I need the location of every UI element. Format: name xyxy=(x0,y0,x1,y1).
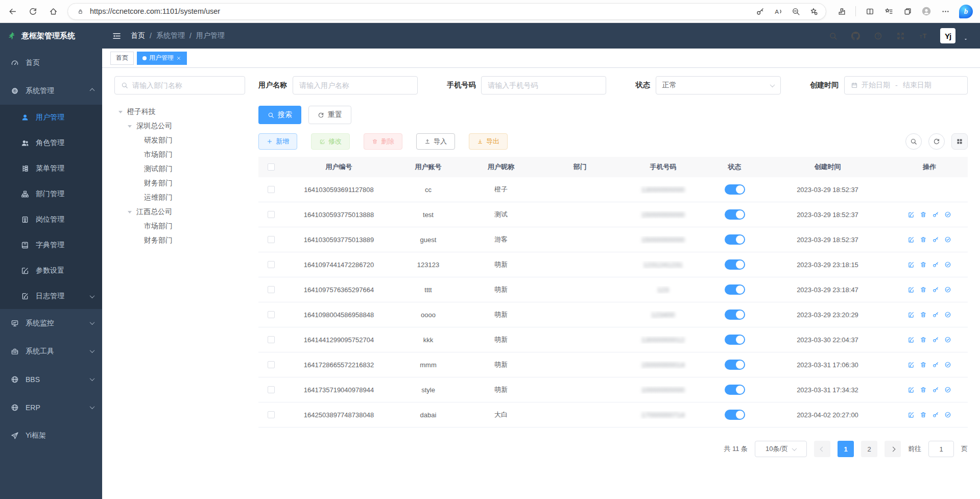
row-delete-icon[interactable] xyxy=(920,211,927,218)
help-icon[interactable]: ? xyxy=(873,31,883,41)
status-toggle[interactable] xyxy=(725,310,745,320)
row-assign-role-icon[interactable] xyxy=(944,361,951,368)
tree-node[interactable]: 江西总公司 xyxy=(114,205,245,219)
page-button-2[interactable]: 2 xyxy=(861,441,877,457)
row-checkbox[interactable] xyxy=(268,411,275,418)
sidebar-item[interactable]: BBS xyxy=(0,365,102,393)
row-assign-role-icon[interactable] xyxy=(944,236,951,243)
row-delete-icon[interactable] xyxy=(920,261,927,268)
row-delete-icon[interactable] xyxy=(920,286,927,293)
select-all-checkbox[interactable] xyxy=(268,163,275,171)
row-edit-icon[interactable] xyxy=(907,361,915,368)
status-toggle[interactable] xyxy=(725,284,745,295)
dept-search-field[interactable] xyxy=(132,81,238,89)
sidebar-item[interactable]: 字典管理 xyxy=(0,232,102,258)
status-toggle[interactable] xyxy=(725,360,745,370)
address-bar[interactable]: https://ccnetcore.com:1101/system/user A xyxy=(67,3,826,20)
page-size-select[interactable]: 10条/页 xyxy=(755,441,807,457)
goto-page-input[interactable] xyxy=(928,441,954,457)
import-button[interactable]: 导入 xyxy=(416,133,455,150)
row-assign-role-icon[interactable] xyxy=(944,261,951,268)
phone-input[interactable] xyxy=(481,76,606,94)
zoom-out-icon[interactable] xyxy=(791,6,801,16)
phone-field[interactable] xyxy=(488,81,600,89)
delete-button[interactable]: 删除 xyxy=(364,133,402,150)
row-edit-icon[interactable] xyxy=(907,386,915,393)
extensions-icon[interactable] xyxy=(836,6,847,16)
caret-down-icon[interactable] xyxy=(128,211,132,216)
sidebar-item[interactable]: 首页 xyxy=(0,49,102,77)
sidebar-item[interactable]: 部门管理 xyxy=(0,181,102,207)
table-search-toggle[interactable] xyxy=(905,133,922,150)
breadcrumb-home[interactable]: 首页 xyxy=(131,31,145,40)
row-checkbox[interactable] xyxy=(268,361,275,368)
more-menu-icon[interactable] xyxy=(940,6,950,16)
date-range-picker[interactable]: 开始日期 - 结束日期 xyxy=(844,76,968,94)
row-reset-password-icon[interactable] xyxy=(932,311,939,318)
sidebar-item[interactable]: 系统监控 xyxy=(0,309,102,337)
status-toggle[interactable] xyxy=(725,184,745,195)
browser-profile-icon[interactable] xyxy=(921,6,931,16)
tree-node[interactable]: 财务部门 xyxy=(114,176,245,191)
sidebar-item[interactable]: 岗位管理 xyxy=(0,207,102,232)
row-checkbox[interactable] xyxy=(268,261,275,268)
tree-node[interactable]: 深圳总公司 xyxy=(114,119,245,133)
row-edit-icon[interactable] xyxy=(907,411,915,418)
sidebar-toggle-icon[interactable] xyxy=(111,31,122,41)
add-button[interactable]: 新增 xyxy=(258,133,297,150)
username-field[interactable] xyxy=(299,81,411,89)
row-delete-icon[interactable] xyxy=(920,311,927,318)
row-reset-password-icon[interactable] xyxy=(932,261,939,268)
row-delete-icon[interactable] xyxy=(920,336,927,343)
reset-button[interactable]: 重置 xyxy=(308,106,351,124)
row-edit-icon[interactable] xyxy=(907,311,915,318)
tree-node[interactable]: 测试部门 xyxy=(114,162,245,176)
row-assign-role-icon[interactable] xyxy=(944,336,951,343)
row-reset-password-icon[interactable] xyxy=(932,386,939,393)
row-assign-role-icon[interactable] xyxy=(944,411,951,418)
github-icon[interactable] xyxy=(850,31,861,41)
date-start-placeholder[interactable]: 开始日期 xyxy=(862,81,890,90)
row-delete-icon[interactable] xyxy=(920,361,927,368)
tree-node[interactable]: 市场部门 xyxy=(114,148,245,162)
sidebar-item[interactable]: 系统管理 xyxy=(0,77,102,105)
edit-button[interactable]: 修改 xyxy=(311,133,350,150)
tree-node[interactable]: 财务部门 xyxy=(114,233,245,248)
row-reset-password-icon[interactable] xyxy=(932,211,939,218)
sidebar-item[interactable]: 用户管理 xyxy=(0,105,102,130)
sidebar-item[interactable]: ERP xyxy=(0,393,102,421)
home-icon[interactable] xyxy=(48,6,58,16)
row-reset-password-icon[interactable] xyxy=(932,336,939,343)
user-avatar[interactable]: Yj xyxy=(940,28,955,43)
row-delete-icon[interactable] xyxy=(920,236,927,243)
row-checkbox[interactable] xyxy=(268,336,275,343)
status-toggle[interactable] xyxy=(725,410,745,420)
key-icon[interactable] xyxy=(755,6,765,16)
row-assign-role-icon[interactable] xyxy=(944,386,951,393)
page-tab[interactable]: 用户管理 xyxy=(137,52,187,65)
search-button[interactable]: 搜索 xyxy=(258,106,301,124)
row-assign-role-icon[interactable] xyxy=(944,286,951,293)
tab-close-icon[interactable] xyxy=(176,56,181,61)
favorite-add-icon[interactable] xyxy=(808,6,819,16)
status-select[interactable]: 正常 xyxy=(656,76,781,94)
date-end-placeholder[interactable]: 结束日期 xyxy=(903,81,931,90)
table-refresh-button[interactable] xyxy=(928,133,945,150)
header-search-icon[interactable] xyxy=(828,31,838,41)
column-settings-button[interactable] xyxy=(951,133,968,150)
status-toggle[interactable] xyxy=(725,385,745,395)
read-aloud-icon[interactable]: A xyxy=(773,6,783,16)
row-edit-icon[interactable] xyxy=(907,286,915,293)
username-input[interactable] xyxy=(293,76,418,94)
row-reset-password-icon[interactable] xyxy=(932,411,939,418)
row-edit-icon[interactable] xyxy=(907,261,915,268)
sidebar-item[interactable]: 系统工具 xyxy=(0,337,102,365)
row-checkbox[interactable] xyxy=(268,311,275,318)
tree-node[interactable]: 运维部门 xyxy=(114,191,245,205)
sidebar-item[interactable]: 角色管理 xyxy=(0,130,102,156)
url-text[interactable]: https://ccnetcore.com:1101/system/user xyxy=(90,7,750,15)
sidebar-item[interactable]: 菜单管理 xyxy=(0,156,102,181)
sidebar-item[interactable]: Yi框架 xyxy=(0,421,102,449)
prev-page-button[interactable] xyxy=(814,441,830,457)
next-page-button[interactable] xyxy=(885,441,901,457)
